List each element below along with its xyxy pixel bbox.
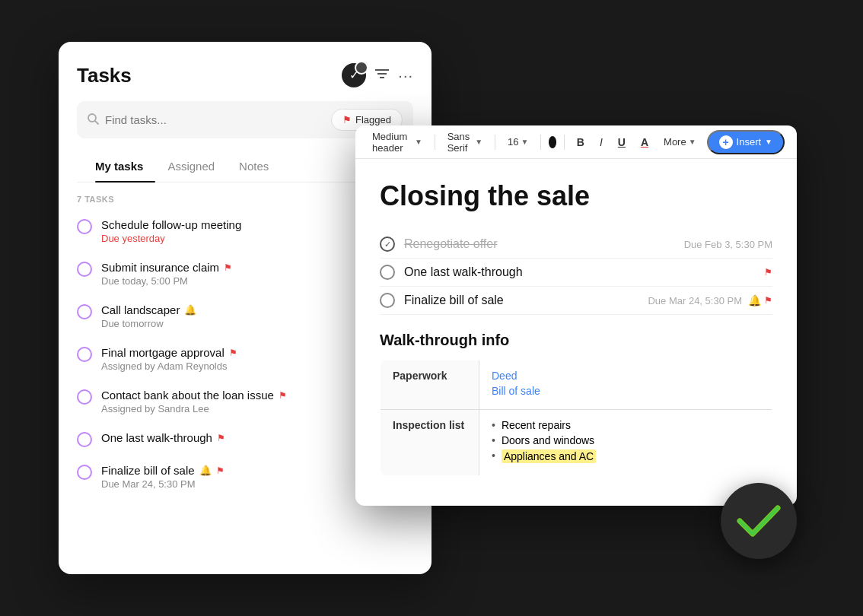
tab-assigned[interactable]: Assigned xyxy=(155,152,227,182)
plus-icon: ✓ xyxy=(349,69,359,81)
scene: Tasks ✓ 4 ··· xyxy=(51,34,812,582)
flag-icon: ⚑ xyxy=(342,114,352,125)
task-circle xyxy=(77,262,92,277)
table-cell: Recent repairs Doors and windows Applian… xyxy=(479,410,772,476)
italic-button[interactable]: I xyxy=(595,133,607,151)
highlighted-item: Appliances and AC xyxy=(502,449,596,463)
filter-icon[interactable] xyxy=(375,68,389,84)
list-item: Recent repairs xyxy=(492,419,760,431)
tab-notes[interactable]: Notes xyxy=(227,152,281,182)
doc-task-row[interactable]: Renegotiate offer Due Feb 3, 5:30 PM xyxy=(380,230,772,259)
flag-icon: ⚑ xyxy=(217,433,225,443)
chevron-down-icon: ▼ xyxy=(475,138,482,146)
list-item: Appliances and AC xyxy=(492,449,760,463)
section-heading: Walk-through info xyxy=(380,332,772,349)
insert-button[interactable]: + Insert ▼ xyxy=(707,130,785,154)
chevron-down-icon: ▼ xyxy=(689,138,696,146)
svg-line-4 xyxy=(95,121,98,124)
flag-icon: ⚑ xyxy=(279,390,287,401)
toolbar-divider xyxy=(540,135,541,150)
task-circle xyxy=(77,304,92,319)
title-row: Tasks ✓ 4 ··· xyxy=(77,63,413,87)
toolbar-divider xyxy=(495,135,495,150)
more-label: More xyxy=(664,136,686,148)
search-icon xyxy=(88,113,99,127)
style-select[interactable]: Medium header ▼ xyxy=(368,128,427,157)
chevron-down-icon: ▼ xyxy=(521,138,528,146)
list-item: Doors and windows xyxy=(492,434,760,446)
more-options-icon[interactable]: ··· xyxy=(398,67,413,84)
table-row: Paperwork Deed Bill of sale xyxy=(381,360,772,410)
task-due: Due Feb 3, 5:30 PM xyxy=(684,239,772,250)
checkmark-icon xyxy=(736,502,782,540)
bill-of-sale-link[interactable]: Bill of sale xyxy=(492,385,760,397)
more-button[interactable]: More ▼ xyxy=(659,133,701,151)
task-circle xyxy=(77,347,92,362)
task-circle xyxy=(77,465,92,480)
task-text: Renegotiate offer xyxy=(404,237,684,251)
doc-task-row[interactable]: Finalize bill of sale Due Mar 24, 5:30 P… xyxy=(380,287,772,315)
flag-icon: ⚑ xyxy=(224,262,232,273)
style-label: Medium header xyxy=(372,131,412,154)
underline-button[interactable]: U xyxy=(613,133,630,151)
task-circle xyxy=(77,432,92,447)
flag-icon: ⚑ xyxy=(216,465,225,476)
tab-my-tasks[interactable]: My tasks xyxy=(95,152,155,182)
bell-icon: 🔔 xyxy=(748,294,761,306)
tasks-icons: ✓ 4 ··· xyxy=(342,63,413,87)
task-check xyxy=(380,265,395,280)
search-input[interactable] xyxy=(105,113,331,126)
font-color-button[interactable]: A xyxy=(636,133,653,151)
size-label: 16 xyxy=(508,136,518,148)
task-circle xyxy=(77,389,92,405)
color-picker[interactable] xyxy=(549,136,556,148)
task-text: Finalize bill of sale xyxy=(404,294,648,307)
font-select[interactable]: Sans Serif ▼ xyxy=(443,128,488,157)
task-text: One last walk-through xyxy=(404,265,758,279)
info-table: Paperwork Deed Bill of sale Inspection l… xyxy=(380,360,772,476)
flag-icon: ⚑ xyxy=(764,295,772,306)
task-badge: 4 xyxy=(357,60,369,72)
task-circle xyxy=(77,219,92,234)
doc-title: Closing the sale xyxy=(380,180,772,212)
table-label: Inspection list xyxy=(381,410,479,476)
doc-content: Closing the sale Renegotiate offer Due F… xyxy=(355,159,797,506)
doc-task-row[interactable]: One last walk-through ⚑ xyxy=(380,259,772,287)
bold-button[interactable]: B xyxy=(572,133,589,151)
tasks-title: Tasks xyxy=(77,64,132,87)
bell-icon: 🔔 xyxy=(199,465,212,476)
chevron-down-icon: ▼ xyxy=(765,138,772,146)
add-task-button[interactable]: ✓ 4 xyxy=(342,63,366,87)
chevron-down-icon: ▼ xyxy=(415,138,422,146)
table-label: Paperwork xyxy=(381,360,479,410)
font-size-select[interactable]: 16 ▼ xyxy=(503,133,533,151)
table-cell: Deed Bill of sale xyxy=(479,360,772,410)
table-row: Inspection list Recent repairs Doors and… xyxy=(381,410,772,476)
flagged-label: Flagged xyxy=(355,114,391,125)
flag-icon: ⚑ xyxy=(229,348,237,358)
task-due: Due Mar 24, 5:30 PM xyxy=(648,295,742,306)
flag-icon: ⚑ xyxy=(764,267,772,278)
checkmark-badge xyxy=(721,483,797,559)
task-check xyxy=(380,293,395,308)
deed-link[interactable]: Deed xyxy=(492,370,760,382)
doc-toolbar: Medium header ▼ Sans Serif ▼ 16 ▼ B I U … xyxy=(355,125,797,159)
toolbar-divider xyxy=(435,135,435,150)
bell-icon: 🔔 xyxy=(184,304,196,316)
insert-label: Insert xyxy=(737,136,762,148)
toolbar-divider xyxy=(564,135,565,150)
task-check-done xyxy=(380,237,395,252)
font-label: Sans Serif xyxy=(447,131,473,154)
doc-panel: Medium header ▼ Sans Serif ▼ 16 ▼ B I U … xyxy=(355,125,797,506)
